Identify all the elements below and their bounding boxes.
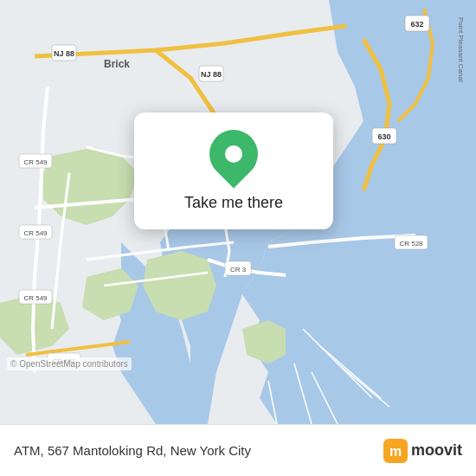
take-me-there-button[interactable]: Take me there: [151, 190, 316, 215]
map-pin-icon: [199, 119, 267, 188]
attribution-text: © OpenStreetMap contributors: [10, 359, 128, 369]
svg-text:CR 549: CR 549: [23, 229, 48, 237]
map-attribution: © OpenStreetMap contributors: [7, 357, 132, 370]
svg-text:CR 549: CR 549: [23, 294, 48, 302]
svg-text:Point Pleasant Canal: Point Pleasant Canal: [457, 17, 465, 82]
svg-text:632: 632: [410, 20, 423, 29]
moovit-logo: m moovit: [383, 439, 462, 463]
svg-text:Brick: Brick: [104, 58, 130, 70]
moovit-icon: m: [383, 439, 408, 463]
svg-text:CR 549: CR 549: [23, 158, 48, 166]
svg-text:CR 3: CR 3: [230, 266, 247, 273]
svg-text:NJ 88: NJ 88: [54, 49, 74, 58]
svg-text:630: 630: [377, 132, 390, 141]
bottom-bar: ATM, 567 Mantoloking Rd, New York City m…: [0, 424, 476, 476]
svg-text:NJ 88: NJ 88: [201, 70, 222, 79]
address-text: ATM, 567 Mantoloking Rd, New York City: [14, 443, 251, 458]
svg-text:CR 528: CR 528: [399, 240, 423, 248]
moovit-brand-text: moovit: [411, 441, 462, 460]
take-me-there-card: Take me there: [134, 113, 333, 229]
svg-text:m: m: [389, 444, 402, 459]
map-container: NJ 88 NJ 88 632 630 CR 549 CR 549 CR 549…: [0, 0, 476, 424]
bottom-info: ATM, 567 Mantoloking Rd, New York City: [14, 443, 251, 458]
